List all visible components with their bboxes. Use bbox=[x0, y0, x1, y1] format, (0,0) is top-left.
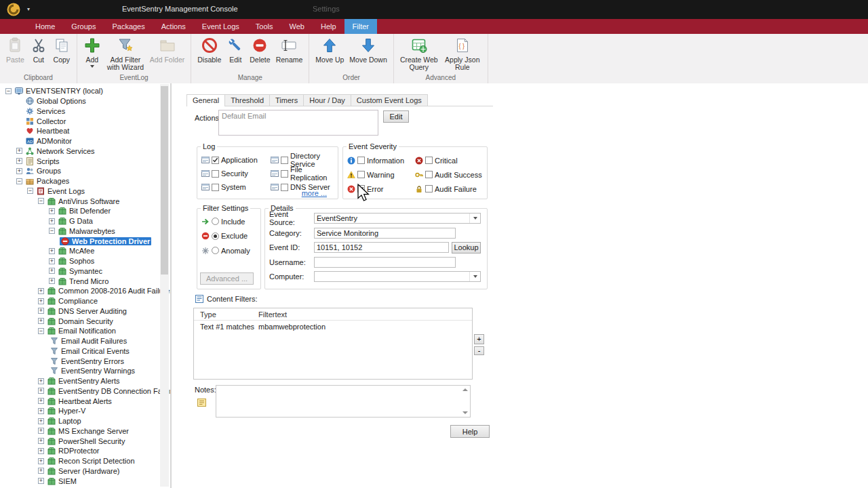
system-checkbox[interactable] bbox=[212, 184, 219, 191]
event-id-input[interactable]: 10151, 10152 bbox=[314, 242, 449, 253]
tree-item-content[interactable]: Heartbeat bbox=[24, 127, 71, 135]
create-web-query-button[interactable]: Create Web Query bbox=[397, 35, 441, 73]
tree-item-dns-server-auditing[interactable]: +DNS Server Auditing bbox=[0, 306, 158, 317]
tree-item-content[interactable]: MS Exchange Server bbox=[46, 427, 130, 435]
tree-item-web-protection-driver[interactable]: Web Protection Driver bbox=[0, 236, 158, 246]
tree-item-content[interactable]: Bit Defender bbox=[57, 207, 112, 215]
add-dropdown-caret-icon[interactable] bbox=[90, 65, 94, 68]
tree-item-content[interactable]: Sophos bbox=[57, 257, 96, 265]
error-checkbox-row[interactable]: Error bbox=[347, 182, 415, 196]
tree-item-content[interactable]: Common 2008-2016 Audit Failures bbox=[46, 287, 175, 295]
menu-tab-web[interactable]: Web bbox=[281, 19, 313, 34]
tree-item-content[interactable]: Services bbox=[24, 107, 66, 115]
expander-minus-icon[interactable]: − bbox=[38, 198, 44, 204]
tree-item-rdprotector[interactable]: +RDProtector bbox=[0, 446, 158, 456]
tree-item-content[interactable]: PowerShell Security bbox=[46, 437, 126, 445]
help-button[interactable]: Help bbox=[450, 425, 490, 438]
tree-item-content[interactable]: EventSentry Errors bbox=[49, 357, 125, 365]
menu-tab-filter[interactable]: Filter bbox=[344, 19, 377, 34]
anomaly-radio[interactable] bbox=[212, 247, 219, 254]
tree-item-content[interactable]: Collector bbox=[24, 117, 67, 125]
expander-plus-icon[interactable]: + bbox=[38, 378, 44, 384]
directory-service-checkbox[interactable] bbox=[281, 157, 288, 164]
application-checkbox[interactable] bbox=[212, 157, 219, 164]
tab-general[interactable]: General bbox=[186, 94, 225, 106]
tree-item-content[interactable]: Email Critical Events bbox=[49, 347, 131, 355]
tree-item-content[interactable]: SIEM bbox=[46, 477, 78, 485]
tree-item-antivirus-software[interactable]: −AntiVirus Software bbox=[0, 196, 158, 206]
tree-item-content[interactable]: Laptop bbox=[46, 417, 83, 425]
audit-success-checkbox[interactable] bbox=[425, 171, 433, 178]
category-input[interactable]: Service Monitoring bbox=[314, 228, 456, 239]
more-link[interactable]: more ... bbox=[302, 189, 327, 197]
notes-scroll-down-icon[interactable] bbox=[462, 411, 468, 414]
edit-button[interactable]: Edit bbox=[224, 35, 247, 65]
add-button[interactable]: Add bbox=[81, 35, 104, 69]
tree-item-content[interactable]: EventSentry Alerts bbox=[46, 377, 121, 385]
tree-item-content[interactable]: RDProtector bbox=[46, 447, 101, 455]
tree-item-recon-script-detection[interactable]: +Recon Script Detection bbox=[0, 456, 158, 466]
security-checkbox[interactable] bbox=[212, 170, 219, 178]
menu-tab-packages[interactable]: Packages bbox=[104, 19, 153, 34]
security-checkbox-row[interactable]: Security bbox=[201, 167, 271, 180]
tree-item-sophos[interactable]: +Sophos bbox=[0, 256, 158, 266]
tree-item-eventsentry-errors[interactable]: EventSentry Errors bbox=[0, 356, 158, 366]
edit-actions-button[interactable]: Edit bbox=[383, 110, 409, 123]
tree-scrollbar[interactable] bbox=[160, 84, 169, 487]
tab-timers[interactable]: Timers bbox=[269, 94, 304, 106]
expander-minus-icon[interactable]: − bbox=[38, 328, 44, 334]
move-down-button[interactable]: Move Down bbox=[347, 35, 389, 65]
expander-plus-icon[interactable]: + bbox=[38, 458, 44, 464]
information-checkbox[interactable] bbox=[357, 157, 365, 164]
expander-plus-icon[interactable]: + bbox=[38, 448, 44, 454]
expander-minus-icon[interactable]: − bbox=[49, 228, 55, 234]
cut-button[interactable]: Cut bbox=[27, 35, 50, 65]
tree-item-content[interactable]: McAfee bbox=[57, 247, 96, 255]
expander-plus-icon[interactable]: + bbox=[49, 268, 55, 274]
tree-item-content[interactable]: EventSentry DB Connection Failure bbox=[46, 387, 178, 395]
expander-minus-icon[interactable]: − bbox=[5, 88, 12, 94]
expander-plus-icon[interactable]: + bbox=[38, 428, 44, 434]
tree-scrollbar-thumb[interactable] bbox=[161, 86, 168, 274]
tree-item-laptop[interactable]: +Laptop bbox=[0, 416, 158, 426]
critical-checkbox[interactable] bbox=[425, 157, 433, 164]
tree-item-content[interactable]: Email Notification bbox=[46, 327, 117, 335]
tree-item-global-options[interactable]: Global Options bbox=[0, 96, 158, 106]
tree-item-eventsentry-alerts[interactable]: +EventSentry Alerts bbox=[0, 376, 158, 386]
rename-button[interactable]: Rename bbox=[273, 35, 306, 65]
notes-input[interactable] bbox=[216, 385, 471, 418]
actions-value-box[interactable]: Default Email bbox=[218, 110, 378, 136]
expander-plus-icon[interactable]: + bbox=[49, 278, 55, 284]
tree-item-email-notification[interactable]: −Email Notification bbox=[0, 326, 158, 336]
tree-item-network-services[interactable]: +Network Services bbox=[0, 146, 158, 157]
tree-item-content[interactable]: Groups bbox=[24, 167, 62, 175]
directory-service-checkbox-row[interactable]: Directory Service bbox=[271, 153, 338, 167]
tree-item-content[interactable]: Heartbeat Alerts bbox=[46, 397, 113, 405]
tree-item-eventsentry-local[interactable]: −EVENTSENTRY (local) bbox=[0, 86, 158, 96]
tree-item-content[interactable]: AntiVirus Software bbox=[46, 197, 121, 205]
application-checkbox-row[interactable]: Application bbox=[201, 153, 271, 167]
event-source-combobox[interactable]: EventSentry bbox=[314, 213, 481, 224]
content-filter-row[interactable]: Text #1 matchesmbamwebprotection bbox=[194, 321, 472, 332]
content-filter-remove-button[interactable]: - bbox=[474, 346, 484, 355]
audit-failure-checkbox[interactable] bbox=[425, 185, 433, 192]
logo-dropdown-caret-icon[interactable]: ▾ bbox=[27, 6, 30, 12]
tree-item-content[interactable]: ADADMonitor bbox=[24, 137, 73, 145]
username-input[interactable] bbox=[314, 257, 456, 268]
eventsentry-logo-icon[interactable] bbox=[6, 2, 21, 17]
tree-item-compliance[interactable]: +Compliance bbox=[0, 296, 158, 306]
apply-json-rule-button[interactable]: { }Apply Json Rule bbox=[441, 35, 484, 73]
tree-item-admonitor[interactable]: ADADMonitor bbox=[0, 136, 158, 146]
audit-failure-checkbox-row[interactable]: Audit Failure bbox=[415, 182, 482, 196]
tree-item-groups[interactable]: +Groups bbox=[0, 166, 158, 176]
move-up-button[interactable]: Move Up bbox=[313, 35, 347, 65]
copy-button[interactable]: Copy bbox=[50, 35, 73, 65]
dns-server-checkbox[interactable] bbox=[281, 184, 288, 191]
tree-item-eventsentry-warnings[interactable]: EventSentry Warnings bbox=[0, 366, 158, 376]
expander-plus-icon[interactable]: + bbox=[38, 478, 44, 484]
audit-success-checkbox-row[interactable]: Audit Success bbox=[415, 167, 482, 182]
expander-plus-icon[interactable]: + bbox=[16, 148, 22, 154]
tree-item-content[interactable]: Trend Micro bbox=[57, 277, 110, 285]
dropdown-arrow-icon[interactable] bbox=[469, 214, 480, 223]
expander-plus-icon[interactable]: + bbox=[38, 388, 44, 394]
